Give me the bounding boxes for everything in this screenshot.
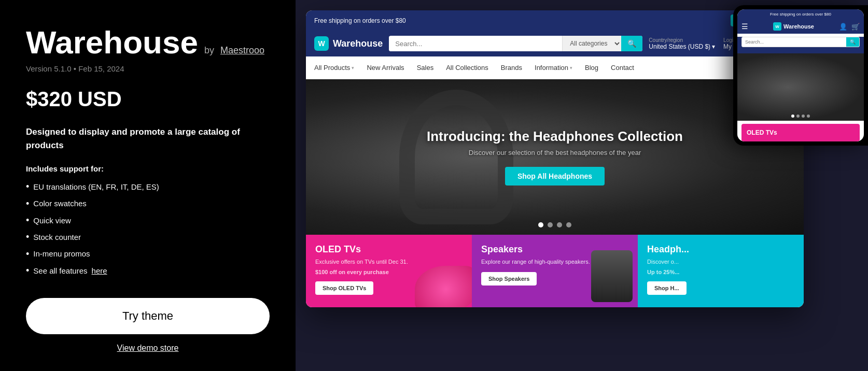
cat-card-speakers: Speakers Explore our range of high-quali…	[472, 235, 638, 307]
mobile-cat-title: OLED TVs	[747, 129, 855, 136]
logo-icon: W	[314, 36, 329, 51]
store-nav: All Products ▾ New Arrivals Sales All Co…	[306, 56, 804, 79]
mobile-hero: Introducing: the Headphones Collection D…	[737, 53, 864, 121]
mobile-dot-1[interactable]	[791, 115, 794, 118]
mobile-top-bar: Free shipping on orders over $80	[737, 9, 864, 19]
cat-oled-title: OLED TVs	[315, 244, 463, 255]
features-list: EU translations (EN, FR, IT, DE, ES) Col…	[26, 178, 270, 279]
feature-item: EU translations (EN, FR, IT, DE, ES)	[26, 178, 270, 195]
dot-2[interactable]	[548, 222, 553, 227]
left-panel: Warehouse by Maestrooo Version 5.1.0 • F…	[0, 0, 296, 371]
feature-item: Quick view	[26, 212, 270, 229]
mobile-search-button[interactable]: 🔍	[846, 37, 859, 47]
features-link[interactable]: here	[92, 264, 107, 278]
right-panel: Free shipping on orders over $80 ✉ Subsc…	[296, 0, 868, 371]
hero-cta-button[interactable]: Shop All Headphones	[505, 167, 605, 186]
chevron-down-icon: ▾	[712, 43, 715, 50]
dot-4[interactable]	[566, 222, 571, 227]
nav-contact[interactable]: Contact	[605, 62, 640, 74]
cat-card-headphones: Headph... Discover o... Up to 25%... Sho…	[638, 235, 804, 307]
mobile-hero-dots	[791, 115, 810, 118]
search-icon: 🔍	[627, 39, 636, 48]
version-text: Version 5.1.0 • Feb 15, 2024	[26, 64, 270, 73]
hero-title: Introducing: the Headphones Collection	[427, 129, 683, 145]
view-demo-link[interactable]: View demo store	[26, 344, 270, 353]
mobile-user-icon[interactable]: 👤	[839, 23, 847, 31]
search-button[interactable]: 🔍	[621, 36, 642, 51]
feature-item: Color swatches	[26, 195, 270, 212]
theme-title-row: Warehouse by Maestrooo	[26, 25, 270, 60]
mobile-icons: 👤 🛒	[839, 23, 860, 31]
free-shipping-text: Free shipping on orders over $80	[314, 17, 406, 24]
search-input[interactable]	[389, 36, 562, 51]
dot-1[interactable]	[538, 222, 543, 227]
chevron-down-icon: ▾	[570, 65, 572, 70]
country-selector[interactable]: Country/region United States (USD $) ▾	[649, 37, 715, 50]
hero-section: Introducing: the Headphones Collection D…	[306, 79, 804, 235]
store-header: W Warehouse All categories 🔍 Country/reg…	[306, 31, 804, 56]
mobile-header: ☰ W Warehouse 👤 🛒	[737, 19, 864, 34]
dot-3[interactable]	[557, 222, 562, 227]
cat-oled-button[interactable]: Shop OLED TVs	[315, 281, 373, 295]
mobile-hero-bg	[737, 53, 864, 121]
store-logo[interactable]: W Warehouse	[314, 36, 383, 51]
mobile-dot-2[interactable]	[796, 115, 800, 118]
mobile-dot-4[interactable]	[807, 115, 810, 118]
nav-information[interactable]: Information ▾	[528, 62, 579, 74]
chevron-down-icon: ▾	[352, 65, 354, 70]
nav-new-arrivals[interactable]: New Arrivals	[360, 62, 410, 74]
top-bar: Free shipping on orders over $80 ✉ Subsc…	[306, 10, 804, 31]
mobile-cat-card: OLED TVs	[741, 124, 860, 141]
mobile-inner: Free shipping on orders over $80 ☰ W War…	[737, 9, 864, 141]
hero-content: Introducing: the Headphones Collection D…	[427, 129, 683, 186]
try-theme-button[interactable]: Try theme	[26, 298, 270, 334]
search-bar: All categories 🔍	[389, 36, 642, 51]
feature-item-see-all: See all features here	[26, 262, 270, 279]
category-cards: OLED TVs Exclusive offers on TVs until D…	[306, 235, 804, 307]
nav-brands[interactable]: Brands	[495, 62, 528, 74]
nav-sales[interactable]: Sales	[411, 62, 440, 74]
hero-dots	[538, 222, 571, 227]
includes-label: Includes support for:	[26, 164, 270, 173]
nav-all-collections[interactable]: All Collections	[440, 62, 495, 74]
description: Designed to display and promote a large …	[26, 125, 270, 152]
cat-headphones-button[interactable]: Shop H...	[647, 281, 687, 295]
mobile-logo[interactable]: W Warehouse	[773, 22, 814, 31]
browser-preview: Free shipping on orders over $80 ✉ Subsc…	[306, 10, 804, 307]
speaker-image	[591, 250, 633, 302]
author-link[interactable]: Maestrooo	[220, 45, 264, 56]
feature-item: In-menu promos	[26, 246, 270, 262]
feature-item: Stock counter	[26, 229, 270, 245]
mobile-cart-icon[interactable]: 🛒	[851, 23, 860, 31]
by-label: by	[204, 45, 214, 56]
hero-subtitle: Discover our selection of the best headp…	[427, 149, 683, 156]
cat-speakers-button[interactable]: Shop Speakers	[481, 272, 537, 286]
category-select[interactable]: All categories	[562, 36, 621, 51]
theme-name: Warehouse	[26, 25, 198, 60]
nav-all-products[interactable]: All Products ▾	[314, 62, 360, 74]
mobile-menu-icon[interactable]: ☰	[741, 22, 748, 31]
mobile-preview: Free shipping on orders over $80 ☰ W War…	[733, 5, 868, 146]
price: $320 USD	[26, 88, 270, 111]
nav-blog[interactable]: Blog	[579, 62, 605, 74]
mobile-search-input[interactable]	[742, 37, 846, 47]
cat-headphones-subdesc: Up to 25%...	[647, 269, 794, 275]
cat-oled-desc: Exclusive offers on TVs until Dec 31.	[315, 258, 463, 266]
cat-card-oled: OLED TVs Exclusive offers on TVs until D…	[306, 235, 472, 307]
mobile-search-bar: 🔍	[741, 37, 860, 47]
cat-headphones-desc: Discover o...	[647, 258, 794, 266]
mobile-dot-3[interactable]	[802, 115, 805, 118]
mobile-logo-icon: W	[773, 22, 781, 31]
cat-headphones-title: Headph...	[647, 244, 794, 255]
